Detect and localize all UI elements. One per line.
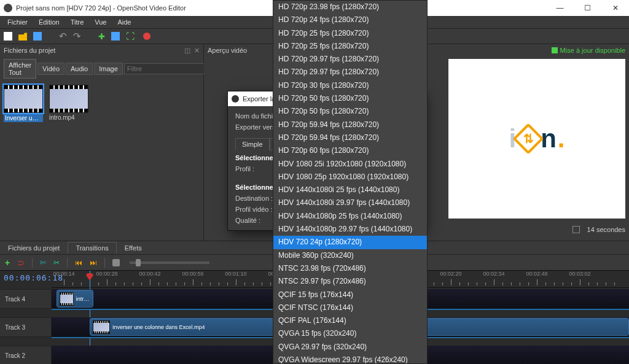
dropdown-item[interactable]: HDV 1440x1080p 25 fps (1440x1080) (273, 210, 427, 223)
clip-item-inverser[interactable]: Inverser une … (4, 85, 43, 122)
dropdown-item[interactable]: HDV 1440x1080i 25 fps (1440x1080) (273, 184, 427, 196)
undo-icon[interactable] (59, 31, 67, 42)
dropdown-item[interactable]: QCIF NTSC (176x144) (273, 301, 427, 314)
video-profile-dropdown[interactable]: HD 720p 23.98 fps (1280x720)HD 720p 24 f… (273, 0, 428, 364)
preview-logo: i⇅n. (509, 124, 565, 153)
preview-controls: ⏭ 14 secondes (413, 221, 625, 238)
project-files-panel: Afficher Tout Vidéo Audio Image Inverser… (0, 56, 204, 241)
dropdown-item[interactable]: HD 720p 59.94 fps (1280x720) (273, 118, 427, 131)
menu-edit[interactable]: Édition (34, 17, 64, 27)
export-dialog-icon (232, 95, 239, 103)
timeline-clip-name: Inverser une colonne dans Excel.mp4 (112, 324, 205, 330)
save-project-icon[interactable] (33, 32, 42, 41)
dropdown-item[interactable]: HD 720p 23.98 fps (1280x720) (273, 1, 427, 14)
update-available-badge[interactable]: Mise à jour disponible (552, 47, 625, 54)
project-files-label: Fichiers du projet (4, 47, 55, 54)
import-files-icon[interactable] (98, 32, 105, 41)
clip-thumbnails: Inverser une … intro.mp4 (0, 81, 203, 126)
undock-icon[interactable]: ◫ (184, 47, 190, 55)
dropdown-item[interactable]: NTSC 23.98 fps (720x486) (273, 262, 427, 275)
dropdown-item[interactable]: QVGA Widescreen 29.97 fps (426x240) (273, 354, 427, 364)
dropdown-item[interactable]: HD 720p 29.97 fps (1280x720) (273, 66, 427, 79)
tab-transitions[interactable]: Transitions (68, 242, 116, 254)
dropdown-item[interactable]: HDV 1080 25p 1920x1080 (1920x1080) (273, 171, 427, 184)
dropdown-item[interactable]: QCIF PAL (176x144) (273, 314, 427, 327)
dropdown-item[interactable]: HD 720p 50 fps (1280x720) (273, 92, 427, 105)
dropdown-item[interactable]: HD 720p 50 fps (1280x720) (273, 105, 427, 118)
new-project-icon[interactable] (4, 32, 12, 41)
minimize-button[interactable]: — (546, 0, 574, 16)
preview-label: Aperçu vidéo (208, 47, 247, 54)
clip-thumb (4, 85, 43, 113)
tab-project-files[interactable]: Fichiers du projet (0, 242, 68, 254)
filter-image[interactable]: Image (94, 63, 123, 75)
redo-icon[interactable] (73, 31, 81, 42)
dropdown-item[interactable]: HDV 1080 25i 1920x1080 (1920x1080) (273, 158, 427, 171)
prev-marker-icon[interactable]: ⏮ (75, 258, 82, 267)
dropdown-item[interactable]: HD 720p 60 fps (1280x720) (273, 144, 427, 157)
razor-icon[interactable]: ✄ (40, 258, 46, 267)
zoom-slider-knob[interactable] (136, 259, 141, 266)
dropdown-item[interactable]: HDV 720 24p (1280x720) (273, 236, 427, 249)
maximize-button[interactable]: ☐ (574, 0, 601, 16)
ruler-tick-label: 00:00:56 (182, 271, 203, 277)
center-playhead-icon[interactable] (112, 259, 120, 266)
menu-help[interactable]: Aide (112, 17, 136, 27)
filter-input[interactable] (124, 63, 215, 74)
ruler-tick-label: 00:01:10 (225, 271, 246, 277)
dropdown-item[interactable]: QVGA 29.97 fps (320x240) (273, 341, 427, 354)
dropdown-item[interactable]: HD 720p 29.97 fps (1280x720) (273, 53, 427, 66)
export-quality-label: Qualité : (235, 217, 260, 224)
dropdown-item[interactable]: Mobile 360p (320x240) (273, 249, 427, 262)
menu-title[interactable]: Titre (66, 17, 89, 27)
snap-icon[interactable]: ⊃ (17, 258, 25, 268)
dropdown-item[interactable]: HD 720p 25 fps (1280x720) (273, 27, 427, 40)
tab-effects[interactable]: Effets (117, 242, 150, 254)
dropdown-item[interactable]: HDV 1440x1080p 29.97 fps (1440x1080) (273, 223, 427, 236)
clip-item-intro[interactable]: intro.mp4 (49, 85, 88, 122)
preview-canvas: i⇅n. (448, 59, 625, 219)
cut-icon[interactable]: ✂ (53, 258, 60, 267)
open-project-icon[interactable] (18, 32, 27, 41)
ruler-tick-label: 00:00:28 (96, 271, 117, 277)
dropdown-item[interactable]: QVGA 15 fps (320x240) (273, 327, 427, 340)
duration-label: 14 secondes (587, 226, 625, 233)
update-label: Mise à jour disponible (560, 47, 625, 54)
dropdown-item[interactable]: QCIF 15 fps (176x144) (273, 288, 427, 301)
menu-file[interactable]: Fichier (2, 17, 33, 27)
clip-name: Inverser une … (4, 114, 43, 122)
menu-view[interactable]: Vue (90, 17, 111, 27)
dropdown-item[interactable]: HD 720p 24 fps (1280x720) (273, 14, 427, 26)
export-tab-simple[interactable]: Simple (235, 138, 270, 150)
dropdown-item[interactable]: NTSC 29.97 fps (720x486) (273, 275, 427, 288)
track-label[interactable]: Track 2 (0, 346, 52, 364)
zoom-slider[interactable] (130, 261, 209, 264)
next-marker-icon[interactable]: ⏭ (90, 258, 97, 267)
track-label[interactable]: Track 3 (0, 317, 52, 337)
dropdown-item[interactable]: HD 720p 25 fps (1280x720) (273, 40, 427, 53)
filter-show-all[interactable]: Afficher Tout (4, 59, 36, 79)
ruler-tick-label: 00:00:42 (139, 271, 160, 277)
project-files-header-icons: ◫ ✕ (184, 47, 200, 55)
choose-profile-icon[interactable] (111, 32, 120, 41)
fullscreen-icon[interactable]: ⛶ (126, 31, 135, 41)
clip-name: intro.mp4 (49, 114, 88, 121)
close-panel-icon[interactable]: ✕ (194, 47, 200, 55)
export-video-profile-label: Profil vidéo : (235, 206, 273, 213)
dropdown-item[interactable]: HDV 1440x1080i 29.97 fps (1440x1080) (273, 196, 427, 209)
export-video-icon[interactable] (143, 33, 150, 40)
dropdown-item[interactable]: HD 720p 30 fps (1280x720) (273, 79, 427, 92)
filter-audio[interactable]: Audio (66, 63, 93, 75)
track-label[interactable]: Track 4 (0, 289, 52, 309)
filter-row: Afficher Tout Vidéo Audio Image (0, 56, 203, 81)
ruler-tick-label: 00:03:02 (569, 271, 590, 277)
app-icon (4, 4, 12, 12)
timeline-clip-intro[interactable]: intro.… (57, 290, 93, 308)
dropdown-item[interactable]: HD 720p 59.94 fps (1280x720) (273, 131, 427, 144)
project-files-header: Fichiers du projet ◫ ✕ (0, 44, 204, 56)
update-icon (552, 47, 558, 53)
filter-video[interactable]: Vidéo (37, 63, 64, 75)
close-button[interactable]: ✕ (601, 0, 629, 16)
duration-box-icon (572, 226, 580, 233)
add-track-icon[interactable]: + (5, 258, 10, 268)
